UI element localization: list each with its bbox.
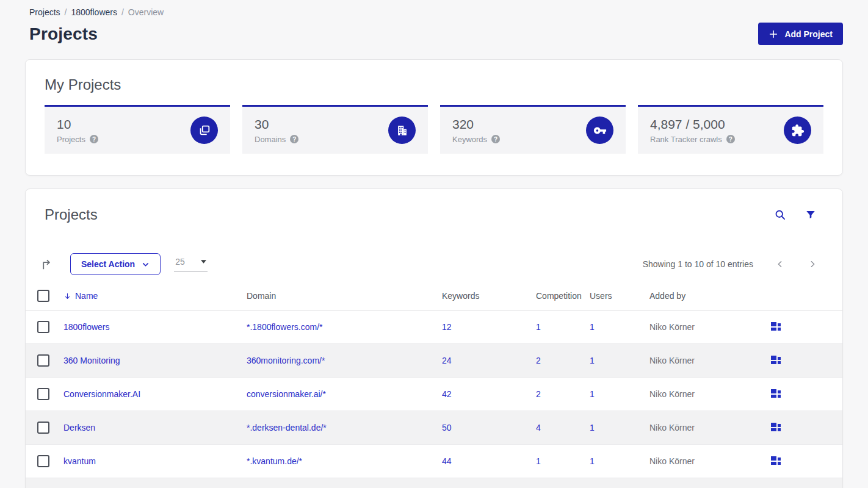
page-header: Projects Add Project	[25, 23, 843, 45]
projects-copy-icon	[190, 117, 218, 144]
added-by-value: Niko Körner	[649, 456, 695, 466]
project-name-link[interactable]: Derksen	[63, 423, 95, 432]
select-action-dropdown[interactable]: Select Action	[70, 253, 161, 275]
table-row: Derksen *.derksen-dental.de/* 50 4 1 Nik…	[26, 411, 842, 444]
breadcrumb-projects[interactable]: Projects	[29, 7, 60, 17]
table-row: 360 Monitoring 360monitoring.com/* 24 2 …	[26, 343, 842, 377]
stat-card-keywords: 320 Keywords	[440, 105, 626, 154]
keywords-count[interactable]: 24	[442, 356, 452, 365]
competition-count[interactable]: 4	[536, 423, 541, 432]
key-icon	[586, 117, 613, 144]
dashboard-grid-icon[interactable]	[771, 322, 781, 331]
table-toolbar: Select Action 25 Showing 1 to 10 of 10 e…	[26, 253, 842, 275]
competition-count[interactable]: 1	[536, 322, 541, 332]
column-header-added-by[interactable]: Added by	[649, 282, 771, 310]
table-row: Conversionmaker.AI conversionmaker.ai/* …	[26, 377, 842, 411]
project-name-link[interactable]: 1800flowers	[63, 322, 110, 332]
dashboard-grid-icon[interactable]	[771, 389, 781, 398]
stat-label-projects: Projects	[57, 135, 85, 144]
bulk-action-arrow-icon[interactable]	[40, 257, 54, 271]
project-name-link[interactable]: Conversionmaker.AI	[63, 389, 140, 399]
users-count[interactable]: 1	[590, 423, 595, 432]
row-checkbox[interactable]	[37, 321, 49, 333]
users-count[interactable]: 1	[590, 356, 595, 365]
select-all-checkbox[interactable]	[37, 290, 49, 302]
added-by-value: Niko Körner	[649, 356, 695, 365]
page-title: Projects	[29, 24, 98, 44]
stat-card-projects: 10 Projects	[45, 105, 230, 154]
column-header-keywords[interactable]: Keywords	[442, 282, 536, 310]
building-icon	[388, 117, 416, 144]
breadcrumb-overview: Overview	[128, 7, 164, 17]
plus-icon	[769, 29, 778, 39]
select-action-label: Select Action	[81, 259, 135, 269]
added-by-value: Niko Körner	[649, 322, 695, 332]
help-icon[interactable]	[90, 135, 98, 143]
stat-value-domains: 30	[255, 117, 298, 132]
chevron-down-icon	[142, 260, 150, 268]
projects-table: Name Domain Keywords Competition Users A…	[26, 282, 842, 478]
projects-panel: Projects Select Action	[25, 188, 843, 488]
dashboard-grid-icon[interactable]	[771, 356, 781, 365]
breadcrumb-1800flowers[interactable]: 1800flowers	[71, 7, 117, 17]
add-project-label: Add Project	[784, 29, 833, 39]
my-projects-panel: My Projects 10 Projects	[25, 59, 843, 176]
stat-value-rank-tracker: 4,897 / 5,000	[650, 117, 735, 132]
projects-panel-title: Projects	[45, 206, 98, 223]
row-checkbox[interactable]	[37, 354, 49, 367]
row-checkbox[interactable]	[37, 388, 49, 400]
column-header-domain[interactable]: Domain	[247, 282, 442, 310]
chevron-right-icon[interactable]	[808, 259, 817, 269]
dashboard-grid-icon[interactable]	[771, 456, 781, 465]
project-name-link[interactable]: kvantum	[63, 456, 96, 466]
puzzle-icon	[784, 117, 811, 144]
row-checkbox[interactable]	[37, 422, 49, 434]
search-icon[interactable]	[774, 209, 786, 221]
added-by-value: Niko Körner	[649, 423, 695, 432]
users-count[interactable]: 1	[590, 322, 595, 332]
column-header-competition[interactable]: Competition	[536, 282, 590, 310]
project-domain-link[interactable]: *.kvantum.de/*	[247, 456, 302, 466]
breadcrumb-separator: /	[65, 7, 67, 17]
column-header-name[interactable]: Name	[63, 291, 247, 301]
breadcrumb: Projects / 1800flowers / Overview	[29, 7, 843, 17]
table-row: 1800flowers *.1800flowers.com/* 12 1 1 N…	[26, 310, 842, 343]
competition-count[interactable]: 2	[536, 356, 541, 365]
competition-count[interactable]: 2	[536, 389, 541, 399]
page-size-select[interactable]: 25	[174, 257, 208, 271]
users-count[interactable]: 1	[590, 389, 595, 399]
my-projects-title: My Projects	[45, 76, 823, 93]
filter-icon[interactable]	[805, 209, 816, 220]
projects-table-body: 1800flowers *.1800flowers.com/* 12 1 1 N…	[26, 310, 842, 478]
project-domain-link[interactable]: conversionmaker.ai/*	[247, 389, 326, 399]
partial-next-row	[26, 478, 842, 488]
project-domain-link[interactable]: *.1800flowers.com/*	[247, 322, 323, 332]
help-icon[interactable]	[491, 135, 500, 143]
stat-label-keywords: Keywords	[452, 135, 487, 144]
showing-entries-text: Showing 1 to 10 of 10 entries	[643, 259, 753, 269]
chevron-left-icon[interactable]	[775, 259, 785, 269]
row-checkbox[interactable]	[37, 455, 49, 467]
sort-down-icon	[63, 292, 71, 300]
users-count[interactable]: 1	[590, 456, 595, 466]
help-icon[interactable]	[726, 135, 735, 143]
project-domain-link[interactable]: *.derksen-dental.de/*	[247, 423, 327, 432]
project-domain-link[interactable]: 360monitoring.com/*	[247, 356, 325, 365]
stat-value-projects: 10	[57, 117, 98, 132]
caret-down-icon	[201, 260, 206, 264]
breadcrumb-separator: /	[121, 7, 124, 17]
add-project-button[interactable]: Add Project	[758, 23, 843, 45]
stat-value-keywords: 320	[452, 117, 500, 132]
keywords-count[interactable]: 12	[442, 322, 452, 332]
keywords-count[interactable]: 44	[442, 456, 452, 466]
dashboard-grid-icon[interactable]	[771, 423, 781, 432]
competition-count[interactable]: 1	[536, 456, 541, 466]
stats-row: 10 Projects 30 Domain	[45, 105, 823, 154]
help-icon[interactable]	[290, 135, 298, 143]
keywords-count[interactable]: 50	[442, 423, 452, 432]
stat-card-rank-tracker: 4,897 / 5,000 Rank Tracker crawls	[638, 105, 823, 154]
project-name-link[interactable]: 360 Monitoring	[63, 356, 120, 365]
keywords-count[interactable]: 42	[442, 389, 452, 399]
page-content: Projects / 1800flowers / Overview Projec…	[0, 0, 868, 488]
column-header-users[interactable]: Users	[590, 282, 649, 310]
